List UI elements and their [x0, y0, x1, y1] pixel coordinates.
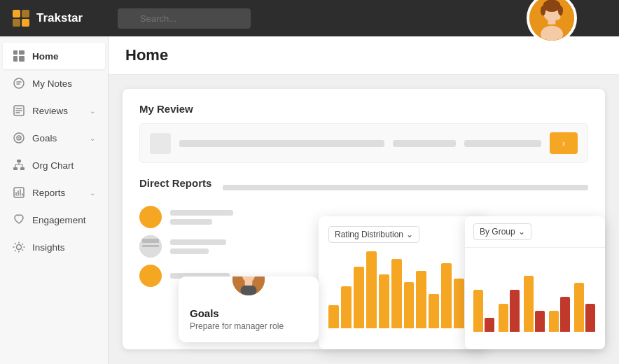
goals-chevron-icon: ⌄ — [90, 134, 95, 142]
sidebar-reports-label: Reports — [32, 188, 65, 198]
dr-avatar-1 — [139, 206, 162, 228]
bar-chart-bar — [328, 305, 339, 328]
goals-popup-title: Goals — [190, 307, 307, 319]
sidebar-engagement-label: Engagement — [32, 215, 86, 225]
app-name: Trakstar — [36, 11, 83, 25]
svg-rect-21 — [17, 160, 21, 162]
group-bar-item — [560, 297, 570, 332]
group-bar-item — [499, 304, 508, 332]
group-bar-item — [510, 290, 520, 332]
group-bar-item — [549, 311, 559, 332]
page-title: Home — [125, 46, 602, 64]
svg-point-6 — [543, 0, 561, 12]
main-layout: Home My Notes Reviews ⌄ Goals ⌄ — [0, 36, 619, 364]
svg-rect-33 — [245, 281, 253, 286]
review-icon-box — [150, 133, 171, 154]
group-bar-item — [485, 318, 494, 332]
rating-header: Rating Distribution ⌄ — [328, 226, 477, 243]
dr-avatar-2 — [139, 235, 162, 258]
dr-text-lines-1 — [170, 210, 233, 225]
sidebar-item-notes[interactable]: My Notes — [3, 70, 105, 97]
goals-avatar — [230, 276, 267, 298]
main-content: Home My Review › Dire — [109, 36, 619, 364]
svg-point-20 — [18, 137, 20, 139]
rating-bar-chart — [328, 251, 477, 328]
bar-chart-bar — [404, 282, 415, 328]
svg-point-25 — [17, 245, 22, 250]
dr-line-1b — [170, 219, 212, 225]
svg-rect-2 — [13, 19, 20, 27]
dr-line-1a — [170, 210, 233, 216]
engagement-icon — [13, 214, 25, 226]
group-bars — [465, 248, 605, 339]
group-bar-column — [524, 276, 546, 332]
svg-point-7 — [541, 6, 545, 15]
sidebar-reviews-label: Reviews — [32, 106, 68, 116]
notes-icon — [13, 77, 25, 90]
avatar-person-svg — [529, 0, 574, 41]
search-input[interactable] — [118, 8, 251, 29]
sidebar-item-org-chart[interactable]: Org Chart — [3, 152, 105, 178]
review-cta-button[interactable]: › — [550, 132, 578, 154]
bar-chart-bar — [454, 279, 464, 329]
dr-line-2a — [170, 239, 226, 245]
bar-chart-bar — [341, 286, 352, 329]
svg-rect-22 — [13, 167, 18, 170]
svg-rect-23 — [20, 167, 25, 170]
group-bar-item — [535, 311, 545, 332]
sidebar-item-goals[interactable]: Goals ⌄ — [3, 125, 105, 151]
review-bar-2 — [393, 140, 456, 147]
sidebar-item-reviews[interactable]: Reviews ⌄ — [3, 97, 105, 124]
my-review-title: My Review — [139, 103, 588, 115]
bar-chart-bar — [441, 263, 452, 329]
bar-chart-bar — [354, 267, 364, 328]
bar-chart-bar — [366, 251, 377, 328]
sidebar-goals-label: Goals — [32, 133, 57, 144]
dr-avatar-3 — [139, 265, 162, 287]
group-bar-item — [574, 283, 584, 332]
group-chevron-icon: ⌄ — [518, 227, 525, 237]
my-review-row: › — [139, 123, 588, 163]
sidebar-item-reports[interactable]: Reports ⌄ — [3, 179, 105, 206]
svg-point-16 — [14, 78, 24, 88]
sidebar-home-label: Home — [32, 51, 59, 62]
reviews-chevron-icon: ⌄ — [90, 107, 95, 115]
content-area: My Review › Direct Reports — [109, 75, 619, 363]
group-bar-item — [585, 304, 595, 332]
svg-rect-12 — [13, 50, 18, 55]
dr-header-bar — [223, 185, 588, 190]
svg-rect-28 — [142, 245, 159, 247]
sidebar: Home My Notes Reviews ⌄ Goals ⌄ — [0, 36, 109, 364]
svg-rect-24 — [14, 188, 24, 197]
sidebar-item-insights[interactable]: Insights — [3, 234, 105, 260]
bar-chart-bar — [391, 259, 402, 328]
reviews-icon — [13, 104, 25, 117]
group-bar-column — [473, 290, 496, 332]
group-bar-column — [549, 297, 571, 332]
goals-person-svg — [232, 276, 265, 295]
direct-reports-header: Direct Reports — [139, 177, 588, 197]
goals-popup-card: Goals Prepare for manager role — [179, 276, 319, 342]
svg-point-11 — [553, 14, 561, 20]
bar-chart-bar — [379, 274, 389, 328]
sidebar-item-home[interactable]: Home — [3, 43, 105, 69]
sidebar-insights-label: Insights — [32, 242, 65, 253]
group-dropdown[interactable]: By Group ⌄ — [473, 223, 531, 240]
review-bar-3 — [464, 140, 541, 147]
svg-rect-0 — [13, 10, 20, 18]
rating-dropdown-label: Rating Distribution — [335, 230, 403, 239]
topbar: Trakstar 🔍 — [0, 0, 619, 36]
group-bar-item — [473, 290, 483, 332]
by-group-card: By Group ⌄ — [465, 216, 605, 349]
card-stack: My Review › Direct Reports — [123, 89, 605, 349]
goals-icon — [13, 132, 25, 144]
goals-popup-subtitle: Prepare for manager role — [190, 321, 307, 331]
user-avatar-image — [529, 0, 574, 41]
reports-icon — [13, 186, 25, 199]
rating-dropdown[interactable]: Rating Distribution ⌄ — [328, 226, 419, 243]
sidebar-item-engagement[interactable]: Engagement — [3, 206, 105, 233]
group-bar-column — [499, 290, 521, 332]
svg-rect-1 — [22, 10, 29, 18]
reports-chevron-icon: ⌄ — [90, 189, 95, 197]
svg-rect-27 — [142, 239, 159, 243]
